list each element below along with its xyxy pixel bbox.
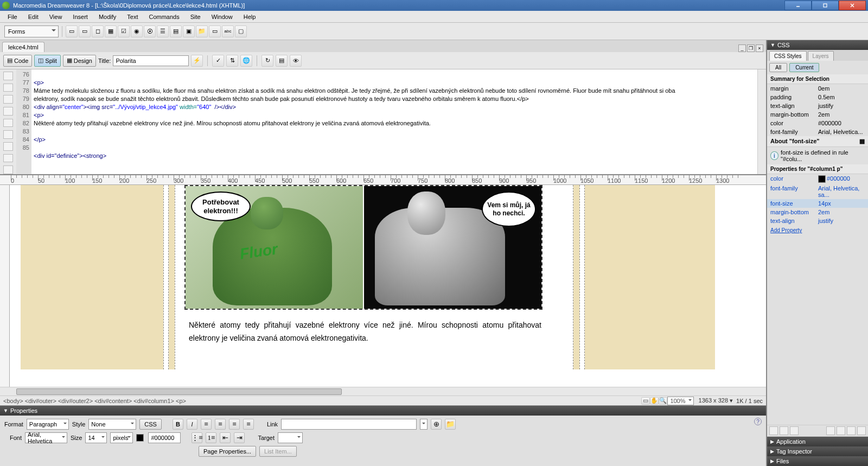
file-field-icon[interactable]: 📁 <box>196 25 208 37</box>
collapse-icon[interactable] <box>3 84 13 92</box>
window-size[interactable]: 1363 x 328 ▾ <box>697 397 733 404</box>
tag-inspector-panel-header[interactable]: ▶Tag Inspector <box>767 446 868 456</box>
validate-icon[interactable]: ✓ <box>212 55 224 67</box>
image-field-icon[interactable]: ▣ <box>183 25 195 37</box>
radio-icon[interactable]: ◉ <box>131 25 143 37</box>
minimize-button[interactable] <box>784 1 812 10</box>
set-props-icon[interactable] <box>790 426 799 435</box>
refresh-icon[interactable]: ↻ <box>261 55 273 67</box>
menu-modify[interactable]: Modify <box>93 12 122 22</box>
preview-icon[interactable]: 🌐 <box>240 55 252 67</box>
jump-icon[interactable]: ▤ <box>170 25 182 37</box>
code-view-button[interactable]: ▤ Code <box>3 55 32 67</box>
link-history[interactable] <box>420 419 427 430</box>
outdent-icon[interactable]: ⇤ <box>220 432 231 443</box>
properties-header[interactable]: ▼Properties <box>0 406 766 416</box>
property-row[interactable]: font-size14px <box>767 199 868 208</box>
menu-edit[interactable]: Edit <box>23 12 44 22</box>
menu-window[interactable]: Window <box>206 12 238 22</box>
fieldset-icon[interactable]: ▢ <box>235 25 247 37</box>
button-icon[interactable]: ▭ <box>209 25 221 37</box>
ol-icon[interactable]: 1≡ <box>206 432 216 443</box>
align-left-icon[interactable]: ≡ <box>201 419 212 430</box>
category-view-icon[interactable] <box>769 426 778 435</box>
list-view-icon[interactable] <box>780 426 788 435</box>
summary-row[interactable]: font-familyArial, Helvetica... <box>767 127 868 136</box>
list-item-button[interactable]: List Item... <box>259 446 297 457</box>
css-current-button[interactable]: Current <box>789 63 819 72</box>
file-mgmt-icon[interactable]: ⇅ <box>226 55 238 67</box>
link-input[interactable] <box>281 419 417 430</box>
tab-layers[interactable]: Layers <box>808 51 834 61</box>
css-all-button[interactable]: All <box>769 63 787 72</box>
tag-path[interactable]: <body> <div#outer> <div#outer2> <div#con… <box>3 398 186 404</box>
checkbox-icon[interactable]: ☑ <box>118 25 130 37</box>
point-to-file-icon[interactable]: ⊕ <box>431 419 442 430</box>
summary-row[interactable]: padding0.5em <box>767 93 868 101</box>
tab-css-styles[interactable]: CSS Styles <box>769 51 807 61</box>
bold-icon[interactable]: B <box>173 419 183 430</box>
menu-help[interactable]: Help <box>238 12 261 22</box>
size-unit-select[interactable]: pixels <box>110 432 133 443</box>
hand-tool-icon[interactable]: ✋ <box>650 397 659 405</box>
zoom-combo[interactable]: 100% <box>667 397 693 405</box>
delete-rule-icon[interactable] <box>857 426 866 435</box>
balance-icon[interactable] <box>3 119 13 127</box>
code-editor[interactable]: <p>Máme tedy molekulu složenou z fluoru … <box>31 69 766 174</box>
summary-row[interactable]: color#000000 <box>767 119 868 127</box>
title-input[interactable] <box>113 55 189 66</box>
doc-close-icon[interactable]: × <box>756 44 763 52</box>
summary-row[interactable]: margin0em <box>767 84 868 93</box>
page-props-button[interactable]: Page Properties... <box>199 446 256 457</box>
attach-css-icon[interactable] <box>826 426 835 435</box>
style-select[interactable]: None <box>88 419 136 430</box>
design-view-button[interactable]: ▦ Design <box>63 55 96 67</box>
radiogroup-icon[interactable]: ⦿ <box>144 25 156 37</box>
code-scrollbar[interactable] <box>757 69 766 174</box>
insert-category-combo[interactable]: Forms <box>4 25 59 37</box>
ul-icon[interactable]: ⋮≡ <box>192 432 202 443</box>
horizontal-scrollbar[interactable] <box>0 387 766 395</box>
apply-comment-icon[interactable] <box>3 165 13 174</box>
hidden-icon[interactable]: ◻ <box>92 25 104 37</box>
menu-site[interactable]: Site <box>185 12 206 22</box>
split-view-button[interactable]: ◫ Split <box>34 55 60 67</box>
doc-restore-icon[interactable]: ❐ <box>747 44 755 52</box>
maximize-button[interactable] <box>812 1 839 10</box>
menu-text[interactable]: Text <box>122 12 143 22</box>
css-button[interactable]: CSS <box>139 419 162 430</box>
expand-icon[interactable] <box>3 95 13 104</box>
list-icon[interactable]: ☰ <box>157 25 169 37</box>
highlight-icon[interactable] <box>3 142 13 151</box>
font-select[interactable]: Arial, Helvetica <box>25 432 67 443</box>
visual-aids-icon[interactable]: 👁 <box>290 55 302 67</box>
property-row[interactable]: text-alignjustify <box>767 216 868 225</box>
embedded-image[interactable]: Fluor Potřebovat elektron!!! Vem si můj,… <box>184 185 542 310</box>
select-parent-icon[interactable] <box>3 107 13 116</box>
open-docs-icon[interactable] <box>3 72 13 80</box>
textfield-icon[interactable]: ▭ <box>79 25 91 37</box>
no-browser-check-icon[interactable]: ⚡ <box>191 55 203 67</box>
view-options-icon[interactable]: ▤ <box>276 55 288 67</box>
format-select[interactable]: Paragraph <box>27 419 69 430</box>
textarea-icon[interactable]: ▦ <box>105 25 117 37</box>
zoom-tool-icon[interactable]: 🔍 <box>659 397 667 405</box>
summary-list[interactable]: margin0empadding0.5emtext-alignjustifyma… <box>767 84 868 136</box>
menu-commands[interactable]: Commands <box>143 12 184 22</box>
property-row[interactable]: font-familyArial, Helvetica, sa... <box>767 184 868 199</box>
align-justify-icon[interactable]: ≡ <box>243 419 254 430</box>
browse-icon[interactable]: 📁 <box>445 419 456 430</box>
menu-insert[interactable]: Insert <box>67 12 93 22</box>
add-property-link[interactable]: Add Property <box>767 225 868 235</box>
new-rule-icon[interactable] <box>837 426 845 435</box>
property-row[interactable]: margin-bottom2em <box>767 208 868 216</box>
css-panel-header[interactable]: ▼CSS <box>767 40 868 50</box>
edit-rule-icon[interactable] <box>847 426 856 435</box>
properties-list[interactable]: color#000000font-familyArial, Helvetica,… <box>767 174 868 225</box>
summary-row[interactable]: margin-bottom2em <box>767 110 868 119</box>
color-input[interactable]: #000000 <box>148 432 181 443</box>
files-panel-header[interactable]: ▶Files <box>767 456 868 466</box>
property-row[interactable]: color#000000 <box>767 174 868 184</box>
summary-row[interactable]: text-alignjustify <box>767 101 868 110</box>
size-select[interactable]: 14 <box>85 432 107 443</box>
